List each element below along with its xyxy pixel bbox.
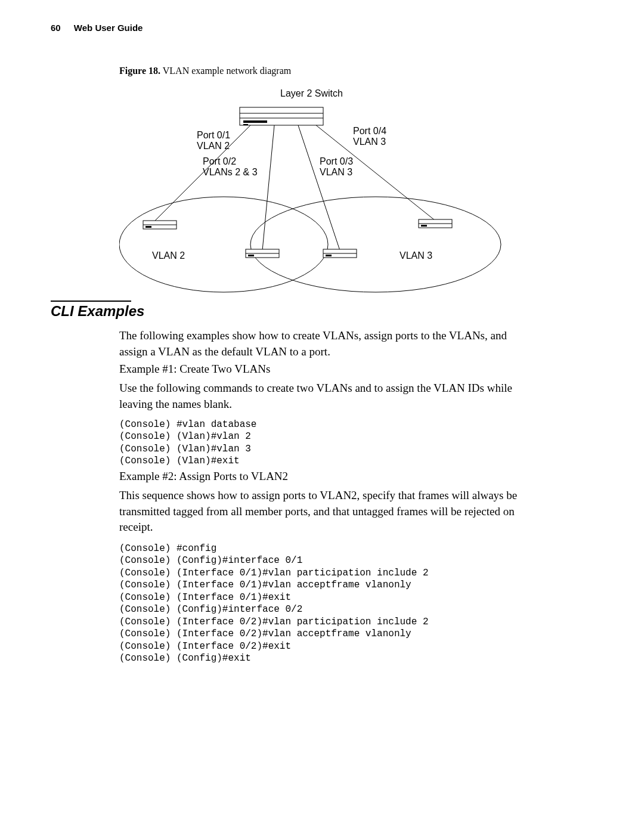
cable-port03 [298,125,340,250]
layer2-switch-label: Layer 2 Switch [280,88,343,98]
vlan2-label: VLAN 2 [152,250,185,261]
vlan3-label: VLAN 3 [400,250,432,261]
cable-port02 [262,125,274,250]
example1-code: (Console) #vlan database (Console) (Vlan… [119,419,256,467]
svg-rect-7 [145,226,151,228]
device-3 [323,249,357,258]
intro-text: The following examples show how to creat… [119,328,537,360]
device-2 [246,249,279,258]
port01-label: Port 0/1 [197,130,230,140]
port03-label: Port 0/3 [320,156,353,166]
example1-title: Example #1: Create Two VLANs [119,361,537,377]
port03-vlan: VLAN 3 [320,167,352,177]
device-1 [143,221,177,229]
svg-rect-10 [248,255,254,256]
network-diagram: Layer 2 Switch Port 0/1 VLAN 2 Port 0/2 … [119,83,537,298]
svg-rect-13 [326,255,332,256]
port04-vlan: VLAN 3 [353,137,386,147]
figure-caption-text: VLAN example network diagram [163,66,291,76]
example2-desc: This sequence shows how to assign ports … [119,488,537,535]
device-4 [419,219,452,228]
example1-desc-text: Use the following commands to create two… [119,380,537,412]
port02-vlan: VLANs 2 & 3 [203,167,258,177]
port04-label: Port 0/4 [353,126,386,136]
example2-desc-text: This sequence shows how to assign ports … [119,488,537,535]
section-rule [51,301,131,302]
port01-vlan: VLAN 2 [197,141,230,151]
example1-desc: Use the following commands to create two… [119,380,537,412]
example2-title-text: Example #2: Assign Ports to VLAN2 [119,469,537,485]
section-heading: CLI Examples [51,303,144,320]
figure-caption-lead: Figure 18. [119,66,160,76]
doc-title: Web User Guide [74,23,143,33]
svg-rect-4 [243,124,248,125]
example2-title: Example #2: Assign Ports to VLAN2 [119,469,537,485]
vlan2-ellipse [119,197,328,292]
switch-icon [240,107,323,125]
example1-title-text: Example #1: Create Two VLANs [119,361,537,377]
example2-code: (Console) #config (Console) (Config)#int… [119,543,428,665]
svg-rect-16 [421,225,427,227]
intro-paragraph: The following examples show how to creat… [119,328,537,360]
page-header: 60 Web User Guide [51,23,143,33]
port02-label: Port 0/2 [203,156,236,166]
vlan3-ellipse [250,197,501,292]
page: 60 Web User Guide Figure 18. VLAN exampl… [0,0,644,833]
svg-rect-3 [243,120,267,123]
network-diagram-svg: Layer 2 Switch Port 0/1 VLAN 2 Port 0/2 … [119,83,537,298]
page-number: 60 [51,23,61,33]
figure-caption: Figure 18. VLAN example network diagram [119,66,291,76]
